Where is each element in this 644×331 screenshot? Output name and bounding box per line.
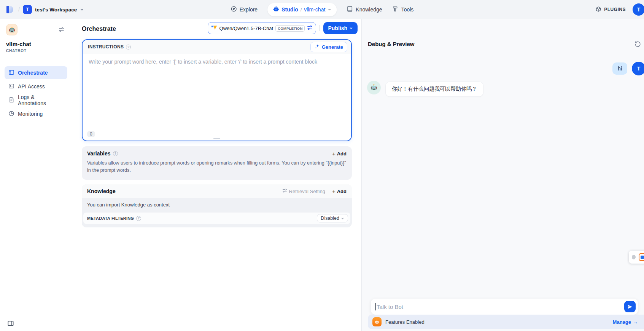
pie-chart-icon — [8, 110, 14, 118]
collapse-sidebar-icon[interactable] — [7, 320, 14, 329]
prompt-placeholder: Write your prompt word here, enter '{' t… — [89, 59, 317, 65]
instructions-card: INSTRUCTIONS ? Generate Write your promp… — [82, 39, 352, 141]
metadata-filtering-title: METADATA FILTERING — [87, 216, 134, 221]
main-nav: Explore Studio / vllm-chat Knowledge Too… — [231, 0, 414, 19]
sidebar-item-logs-annotations[interactable]: Logs & Annotations — [5, 94, 67, 107]
debug-preview-title: Debug & Preview — [368, 41, 415, 47]
top-header: / T test's Workspace Explore Studio / vl… — [0, 0, 644, 19]
metadata-filtering-select[interactable]: Disabled — [317, 214, 348, 222]
workspace-badge[interactable]: T — [23, 5, 32, 14]
extension-dot-icon[interactable] — [632, 255, 636, 259]
add-knowledge-button[interactable]: + Add — [332, 189, 347, 194]
app-sidebar: vllm-chat CHATBOT Orchestrate API Access… — [0, 19, 72, 331]
knowledge-card: Knowledge Retrieval Setting + Add You ca… — [82, 184, 352, 227]
features-bar: Features Enabled Manage → — [368, 315, 644, 329]
instructions-title: INSTRUCTIONS — [88, 44, 124, 50]
help-icon[interactable]: ? — [113, 151, 118, 156]
explore-icon — [231, 6, 237, 13]
prompt-editor[interactable]: Write your prompt word here, enter '{' t… — [83, 54, 351, 70]
add-variable-button[interactable]: + Add — [332, 151, 347, 157]
arrow-right-icon: → — [633, 319, 638, 325]
chat-input-box — [371, 299, 638, 315]
metadata-filtering-row: METADATA FILTERING ? Disabled — [83, 213, 350, 224]
help-icon[interactable]: ? — [126, 45, 131, 50]
app-icon[interactable] — [6, 24, 17, 35]
features-label: Features Enabled — [385, 319, 425, 325]
sidebar-item-monitoring[interactable]: Monitoring — [5, 107, 67, 120]
resize-handle[interactable] — [213, 138, 220, 139]
book-icon — [347, 6, 353, 13]
user-message-avatar: T — [632, 62, 644, 75]
tab-studio: Studio — [281, 6, 298, 13]
chevron-down-icon[interactable] — [80, 8, 84, 12]
instructions-header: INSTRUCTIONS ? Generate — [83, 40, 351, 54]
sidebar-nav: Orchestrate API Access Logs & Annotation… — [0, 66, 72, 121]
page-title: Orchestrate — [82, 26, 116, 32]
workspace-area: / T test's Workspace — [5, 0, 84, 19]
sidebar-item-orchestrate[interactable]: Orchestrate — [5, 66, 67, 79]
document-icon — [8, 97, 14, 104]
terminal-icon — [8, 83, 14, 90]
breadcrumb-separator: / — [18, 6, 20, 13]
model-toolbar: Qwen/Qwen1.5-7B-Chat COMPLETION Publish — [208, 22, 358, 34]
app-settings-icon[interactable] — [59, 27, 64, 34]
hammer-icon — [392, 6, 399, 13]
plugins-button[interactable]: PLUGINS — [595, 6, 626, 13]
browser-extension-widget[interactable] — [629, 251, 644, 264]
model-mode-badge: COMPLETION — [275, 25, 305, 32]
retrieval-settings-icon — [282, 188, 287, 194]
current-app-name: vllm-chat — [304, 6, 325, 13]
knowledge-header: Knowledge Retrieval Setting + Add — [82, 184, 352, 198]
variables-card: Variables ? + Add Variables allow users … — [82, 146, 352, 180]
dify-logo[interactable] — [5, 5, 15, 14]
vllm-logo-icon — [211, 24, 217, 32]
chevron-down-icon — [341, 217, 344, 220]
header-right: PLUGINS T — [595, 0, 644, 19]
chat-input[interactable] — [371, 304, 638, 310]
debug-preview-panel: Debug & Preview hi T 你好！有什么问题我可以帮助你吗？ — [361, 19, 644, 331]
help-icon[interactable]: ? — [136, 216, 141, 221]
nav-tools[interactable]: Tools — [392, 6, 414, 13]
extension-icon[interactable] — [639, 253, 644, 261]
chat-message-user: hi T — [362, 62, 644, 77]
manage-features-link[interactable]: Manage → — [613, 319, 638, 325]
retrieval-setting-button[interactable]: Retrieval Setting — [282, 188, 325, 194]
model-params-icon[interactable] — [307, 25, 313, 32]
model-selector[interactable]: Qwen/Qwen1.5-7B-Chat COMPLETION — [208, 22, 316, 34]
sparkle-icon — [315, 44, 320, 50]
send-button[interactable] — [624, 301, 636, 312]
cube-icon — [595, 6, 601, 13]
plus-icon: + — [332, 151, 336, 157]
char-count-badge: 0 — [87, 131, 95, 137]
layout-icon — [8, 69, 14, 77]
divider — [320, 25, 320, 31]
bot-avatar — [367, 81, 381, 94]
nav-explore[interactable]: Explore — [231, 6, 258, 13]
workspace-name[interactable]: test's Workspace — [35, 7, 77, 13]
breadcrumb-separator: / — [301, 7, 302, 13]
nav-knowledge[interactable]: Knowledge — [347, 6, 382, 13]
features-icon — [372, 317, 382, 326]
user-avatar[interactable]: T — [633, 3, 644, 16]
generate-button[interactable]: Generate — [310, 42, 347, 52]
variables-description: Variables allow users to introduce promp… — [82, 158, 352, 179]
model-name: Qwen/Qwen1.5-7B-Chat — [219, 26, 274, 31]
sidebar-app-name: vllm-chat — [6, 41, 31, 47]
variables-header: Variables ? + Add — [82, 146, 352, 158]
user-message-bubble: hi — [612, 62, 627, 75]
chevron-down-icon[interactable] — [328, 8, 331, 11]
publish-button[interactable]: Publish — [323, 22, 358, 34]
variables-title: Variables — [87, 150, 111, 157]
chevron-down-icon — [349, 26, 353, 30]
robot-icon — [273, 6, 279, 14]
nav-studio-pill[interactable]: Studio / vllm-chat — [267, 3, 337, 16]
sidebar-item-api-access[interactable]: API Access — [5, 80, 67, 93]
knowledge-title: Knowledge — [87, 188, 116, 194]
knowledge-description: You can import Knowledge as context — [82, 198, 352, 211]
bot-message-bubble: 你好！有什么问题我可以帮助你吗？ — [385, 82, 483, 97]
text-caret — [375, 303, 376, 310]
restart-conversation-icon[interactable] — [634, 41, 641, 49]
sidebar-app-type: CHATBOT — [6, 49, 27, 53]
plus-icon: + — [332, 189, 336, 194]
orchestrate-panel: Orchestrate Qwen/Qwen1.5-7B-Chat COMPLET… — [72, 19, 361, 331]
